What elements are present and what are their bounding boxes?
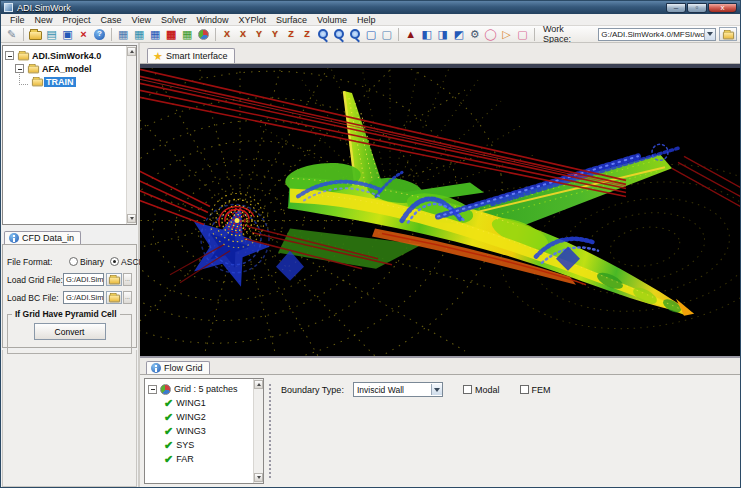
bc-browse-button[interactable]: [106, 291, 122, 304]
pan-view-icon[interactable]: ▢: [379, 27, 394, 41]
menu-xyplot[interactable]: XYPlot: [233, 15, 271, 25]
zoom-out-icon[interactable]: [331, 27, 346, 41]
menu-file[interactable]: File: [5, 15, 30, 25]
convert-button[interactable]: Convert: [34, 323, 106, 340]
close-button[interactable]: x: [708, 3, 737, 13]
grid-root-label[interactable]: Grid : 5 patches: [174, 384, 238, 394]
patch-row-wing2[interactable]: ✔ WING2: [148, 410, 260, 424]
patch-row-wing1[interactable]: ✔ WING1: [148, 396, 260, 410]
boundary-dropdown-arrow[interactable]: [431, 384, 442, 395]
scroll-up-icon[interactable]: [127, 47, 136, 56]
card-icon[interactable]: ▢: [515, 27, 530, 41]
patch-label-sys[interactable]: SYS: [176, 440, 194, 450]
3d-viewport[interactable]: [140, 64, 740, 356]
open-project-icon[interactable]: [28, 27, 43, 41]
workspace-browse-button[interactable]: [719, 27, 737, 41]
copy-grid-icon[interactable]: ▦: [132, 27, 147, 41]
zoom-in-icon[interactable]: [315, 27, 330, 41]
menu-project[interactable]: Project: [58, 15, 96, 25]
bc-more-button[interactable]: ...: [123, 291, 132, 304]
cfd-tab-label: CFD Data_in: [22, 233, 74, 243]
tab-flow-grid[interactable]: Flow Grid: [146, 361, 210, 374]
binary-radio[interactable]: [69, 257, 78, 266]
scroll-down-icon[interactable]: [127, 214, 136, 223]
menu-view[interactable]: View: [127, 15, 156, 25]
scroll-down-icon[interactable]: [254, 473, 263, 482]
view-x-minus-icon[interactable]: X: [236, 27, 251, 41]
fem-checkbox[interactable]: [520, 385, 529, 394]
zoom-fit-icon[interactable]: [347, 27, 362, 41]
tab-cfd-data-in[interactable]: CFD Data_in: [4, 231, 81, 244]
grid-more-button[interactable]: ...: [123, 273, 132, 286]
delete-grid-icon[interactable]: ▦: [164, 27, 179, 41]
save-icon[interactable]: ▣: [60, 27, 75, 41]
patch-row-sys[interactable]: ✔ SYS: [148, 438, 260, 452]
panel-splitter[interactable]: [269, 384, 274, 478]
layout-split-icon[interactable]: ◩: [451, 27, 466, 41]
rotate-view-icon[interactable]: ▢: [363, 27, 378, 41]
transform-grid-icon[interactable]: ▦: [180, 27, 195, 41]
lasso-icon[interactable]: ◯: [483, 27, 498, 41]
collapse-icon[interactable]: [15, 64, 24, 73]
load-grid-icon[interactable]: ▦: [116, 27, 131, 41]
pen-icon[interactable]: ✎: [4, 27, 19, 41]
minimize-button[interactable]: –: [666, 3, 686, 13]
maximize-button[interactable]: ▫: [687, 3, 707, 13]
layout-right-icon[interactable]: ◨: [435, 27, 450, 41]
settings-gear-icon[interactable]: ⚙: [467, 27, 482, 41]
tree-row-root[interactable]: ADI.SimWork4.0: [5, 49, 134, 62]
menu-case[interactable]: Case: [96, 15, 127, 25]
collapse-icon[interactable]: [148, 385, 157, 394]
help-icon[interactable]: ?: [92, 27, 107, 41]
menu-volume[interactable]: Volume: [312, 15, 352, 25]
workspace-dropdown-arrow[interactable]: [704, 29, 715, 40]
new-case-icon[interactable]: ▤: [44, 27, 59, 41]
view-y-minus-icon[interactable]: Y: [268, 27, 283, 41]
menu-solver[interactable]: Solver: [156, 15, 192, 25]
play-icon[interactable]: ▷: [499, 27, 514, 41]
tree-row-train[interactable]: TRAIN: [5, 75, 134, 88]
view-z-plus-icon[interactable]: Z: [284, 27, 299, 41]
view-z-minus-icon[interactable]: Z: [299, 27, 314, 41]
menu-new[interactable]: New: [30, 15, 58, 25]
binary-label[interactable]: Binary: [80, 257, 104, 267]
menu-help[interactable]: Help: [352, 15, 381, 25]
patch-label-wing1[interactable]: WING1: [176, 398, 206, 408]
delete-icon[interactable]: ×: [76, 27, 91, 41]
grid-tree-scrollbar[interactable]: [253, 379, 263, 483]
scroll-up-icon[interactable]: [254, 380, 263, 389]
view-x-plus-icon[interactable]: X: [220, 27, 235, 41]
tree-node-model[interactable]: AFA_model: [40, 64, 94, 74]
mirror-grid-icon[interactable]: ▦: [148, 27, 163, 41]
boundary-type-select[interactable]: Inviscid Wall: [353, 382, 443, 397]
view-y-plus-icon[interactable]: Y: [252, 27, 267, 41]
axis-triad-icon[interactable]: ▲: [403, 27, 418, 41]
layout-left-icon[interactable]: ◧: [419, 27, 434, 41]
patch-label-wing2[interactable]: WING2: [176, 412, 206, 422]
workspace-combo[interactable]: G:/ADI.SimWork4.0/MFSI/work: [598, 28, 716, 41]
patch-label-far[interactable]: FAR: [176, 454, 194, 464]
cfd-data-panel: File Format: Binary ASCII Load Grid File…: [2, 244, 137, 348]
collapse-icon[interactable]: [5, 51, 14, 60]
load-bc-input[interactable]: G:/ADI.SimWork4.0/MFS: [63, 291, 104, 304]
boundary-type-label: Boundary Type:: [281, 385, 347, 395]
grid-patch-tree: Grid : 5 patches ✔ WING1 ✔ WING2: [144, 378, 264, 484]
grid-browse-button[interactable]: [106, 273, 122, 286]
pyramid-group-title: If Grid Have Pyramid Cell: [12, 309, 120, 319]
grid-root-row[interactable]: Grid : 5 patches: [148, 382, 260, 396]
tab-smart-interface[interactable]: ★ Smart Interface: [147, 48, 235, 63]
app-icon: [4, 3, 13, 12]
tree-scrollbar[interactable]: [126, 46, 136, 224]
patch-label-wing3[interactable]: WING3: [176, 426, 206, 436]
patch-row-wing3[interactable]: ✔ WING3: [148, 424, 260, 438]
load-grid-input[interactable]: G:/ADI.SimWork4.0/MFS: [63, 273, 104, 286]
modal-checkbox[interactable]: [463, 385, 472, 394]
info-icon: [151, 363, 161, 373]
menu-surface[interactable]: Surface: [271, 15, 312, 25]
ascii-radio[interactable]: [110, 257, 119, 266]
pie-chart-icon[interactable]: [196, 27, 211, 41]
patch-row-far[interactable]: ✔ FAR: [148, 452, 260, 466]
tree-node-root[interactable]: ADI.SimWork4.0: [30, 51, 103, 61]
tree-node-train[interactable]: TRAIN: [44, 77, 76, 87]
menu-window[interactable]: Window: [191, 15, 233, 25]
